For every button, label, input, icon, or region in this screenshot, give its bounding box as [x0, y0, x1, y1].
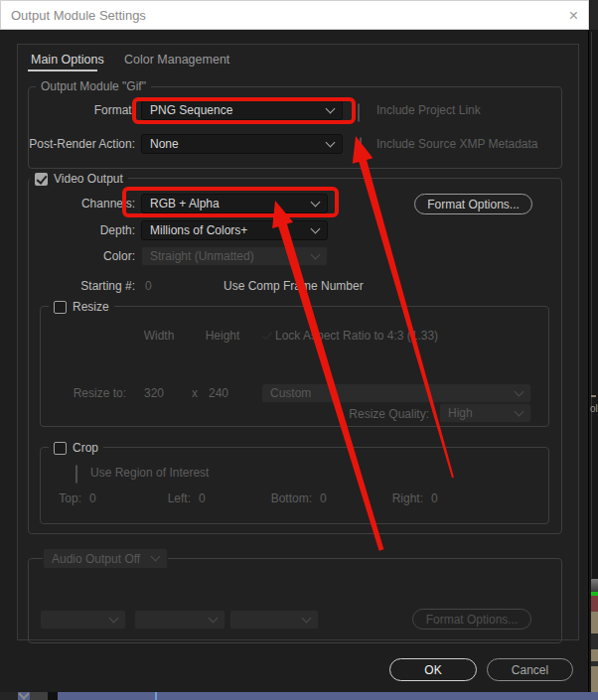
crop-right-value: 0 — [431, 491, 438, 505]
screen: Output Module Settings × Main Options Co… — [0, 0, 598, 700]
chevron-down-icon — [515, 386, 524, 396]
resize-height-header: Height — [196, 329, 249, 343]
annotation-box-channels — [122, 187, 339, 217]
resize-width-header: Width — [132, 329, 186, 343]
resize-preset-dropdown: Custom — [261, 383, 531, 403]
crop-bottom-value: 0 — [320, 491, 327, 505]
include-project-link-checkbox — [358, 103, 360, 122]
tab-main-options[interactable]: Main Options — [31, 53, 104, 67]
audio-output-state-dropdown: Audio Output Off — [43, 548, 168, 569]
chevron-down-icon — [326, 137, 336, 147]
audio-rate-dropdown — [40, 610, 126, 630]
layer-strip-dark-1 — [591, 633, 598, 649]
starting-number-value: 0 — [145, 279, 152, 293]
resize-x-separator: x — [192, 386, 198, 400]
timeline-button[interactable] — [30, 692, 48, 700]
color-dropdown-value: Straight (Unmatted) — [150, 249, 312, 263]
crop-group — [40, 447, 549, 524]
background-right-top — [590, 0, 598, 30]
crop-label: Crop — [73, 441, 98, 455]
dialog-titlebar[interactable]: Output Module Settings × — [0, 0, 589, 30]
post-render-action-dropdown[interactable]: None — [141, 134, 343, 154]
video-output-checkbox[interactable] — [35, 173, 48, 186]
video-output-legend: Video Output — [30, 172, 128, 186]
resize-quality-value: High — [448, 406, 516, 420]
layer-strip-gray — [591, 579, 598, 592]
layer-strip-khaki-2 — [591, 649, 598, 661]
resize-to-label: Resize to: — [20, 386, 126, 400]
depth-label: Depth: — [28, 223, 135, 237]
layer-strip-khaki-1 — [591, 612, 598, 633]
crop-top-value: 0 — [89, 491, 96, 505]
dialog-title: Output Module Settings — [11, 1, 146, 30]
video-format-options-button[interactable]: Format Options... — [414, 194, 532, 214]
resize-quality-dropdown: High — [439, 403, 531, 423]
audio-format-options-button: Format Options... — [412, 609, 531, 630]
use-comp-frame-label: Use Comp Frame Number — [224, 279, 364, 293]
tab-color-management[interactable]: Color Management — [124, 53, 229, 67]
chevron-down-icon — [151, 552, 161, 562]
audio-depth-dropdown — [134, 610, 225, 630]
background-panel-divider — [591, 32, 592, 578]
ok-button[interactable]: OK — [389, 658, 477, 681]
background-text-fragment: ol — [590, 403, 598, 414]
resize-label: Resize — [73, 300, 109, 314]
timeline-scrollbar[interactable] — [0, 692, 598, 700]
chevron-down-icon — [109, 613, 119, 623]
video-output-label: Video Output — [54, 172, 123, 186]
include-xmp-checkbox — [360, 137, 362, 156]
timeline-gap — [48, 692, 58, 700]
resize-height-value: 240 — [209, 386, 228, 400]
chevron-down-icon — [209, 613, 219, 623]
resize-checkbox[interactable] — [54, 301, 67, 314]
include-xmp-label: Include Source XMP Metadata — [376, 137, 538, 151]
timeline-corner — [0, 692, 18, 700]
starting-number-label: Starting #: — [28, 279, 135, 293]
background-khaki-tick — [591, 395, 596, 397]
chevron-down-icon — [515, 406, 524, 416]
post-render-action-label: Post-Render Action: — [28, 137, 135, 151]
crop-left-value: 0 — [199, 491, 206, 505]
crop-bottom-label: Bottom: — [238, 491, 312, 505]
crop-top-label: Top: — [30, 491, 81, 505]
annotation-box-format — [132, 97, 356, 124]
timeline-playhead-mark — [155, 692, 157, 700]
audio-output-group — [28, 558, 562, 643]
post-render-action-value: None — [150, 137, 327, 151]
format-label: Format: — [28, 103, 135, 117]
depth-dropdown[interactable]: Millions of Colors+ — [141, 220, 328, 240]
color-dropdown: Straight (Unmatted) — [141, 246, 328, 266]
resize-preset-value: Custom — [270, 386, 516, 400]
color-label: Color: — [28, 249, 135, 263]
tab-main-options-underline — [28, 70, 97, 71]
audio-output-state-value: Audio Output Off — [52, 552, 152, 566]
chevron-down-icon — [311, 223, 321, 233]
channels-label: Channels: — [28, 197, 135, 210]
use-roi-checkbox — [75, 465, 77, 484]
close-icon[interactable]: × — [569, 1, 578, 30]
output-module-group-legend: Output Module "Gif" — [36, 79, 151, 93]
include-project-link-label: Include Project Link — [376, 103, 481, 117]
crop-left-label: Left: — [139, 491, 191, 505]
chevron-down-icon — [311, 249, 321, 259]
audio-channels-dropdown — [229, 610, 319, 630]
resize-width-value: 320 — [144, 386, 164, 400]
crop-legend: Crop — [49, 441, 103, 455]
resize-quality-label: Resize Quality: — [330, 407, 429, 421]
layer-strip-maroon — [591, 596, 598, 612]
layer-strip-khaki-3 — [591, 666, 598, 692]
chevron-down-icon — [302, 613, 312, 623]
resize-legend: Resize — [49, 300, 114, 314]
depth-dropdown-value: Millions of Colors+ — [150, 223, 312, 237]
cancel-button[interactable]: Cancel — [487, 658, 573, 681]
use-roi-label: Use Region of Interest — [90, 466, 209, 480]
lock-aspect-label: Lock Aspect Ratio to 4:3 (1.33) — [275, 329, 438, 343]
crop-right-label: Right: — [358, 491, 423, 505]
crop-checkbox[interactable] — [54, 442, 67, 455]
